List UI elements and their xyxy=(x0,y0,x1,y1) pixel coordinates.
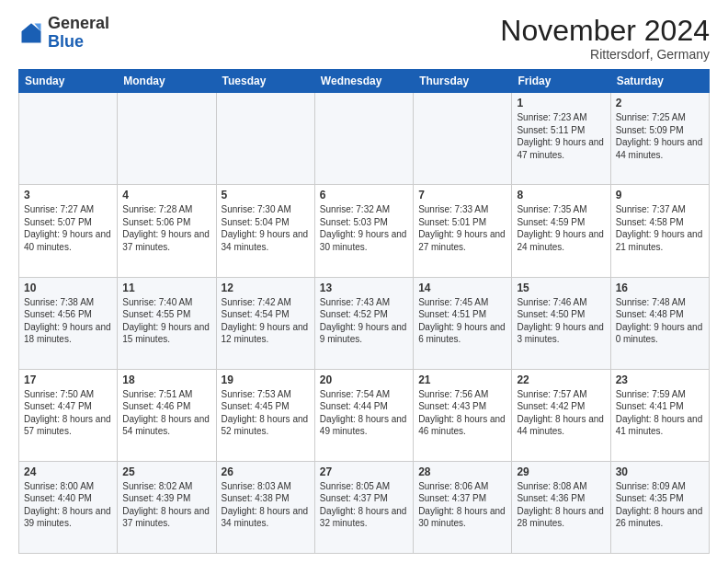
logo-text: General Blue xyxy=(48,15,109,52)
calendar-cell: 3Sunrise: 7:27 AMSunset: 5:07 PMDaylight… xyxy=(19,185,118,277)
calendar-cell: 30Sunrise: 8:09 AMSunset: 4:35 PMDayligh… xyxy=(610,461,709,553)
day-detail: Sunrise: 7:46 AMSunset: 4:50 PMDaylight:… xyxy=(517,296,605,346)
day-detail: Sunrise: 7:54 AMSunset: 4:44 PMDaylight:… xyxy=(320,388,408,438)
day-number: 11 xyxy=(122,282,210,294)
day-detail: Sunrise: 7:32 AMSunset: 5:03 PMDaylight:… xyxy=(320,203,408,253)
day-detail: Sunrise: 7:48 AMSunset: 4:48 PMDaylight:… xyxy=(616,296,704,346)
day-number: 9 xyxy=(616,189,704,201)
day-number: 24 xyxy=(24,465,112,478)
day-number: 13 xyxy=(320,282,408,294)
calendar-cell xyxy=(19,93,118,185)
calendar-cell: 26Sunrise: 8:03 AMSunset: 4:38 PMDayligh… xyxy=(216,461,314,553)
day-detail: Sunrise: 8:09 AMSunset: 4:35 PMDaylight:… xyxy=(616,480,704,530)
calendar-cell: 16Sunrise: 7:48 AMSunset: 4:48 PMDayligh… xyxy=(610,277,709,369)
day-number: 19 xyxy=(222,373,310,386)
weekday-header-sunday: Sunday xyxy=(19,70,118,93)
weekday-header-monday: Monday xyxy=(118,70,216,93)
day-number: 3 xyxy=(24,189,112,201)
day-detail: Sunrise: 7:56 AMSunset: 4:43 PMDaylight:… xyxy=(418,388,506,438)
day-number: 4 xyxy=(122,189,210,201)
calendar-cell: 4Sunrise: 7:28 AMSunset: 5:06 PMDaylight… xyxy=(118,185,216,277)
logo: General Blue xyxy=(18,15,109,52)
calendar-cell: 9Sunrise: 7:37 AMSunset: 4:58 PMDaylight… xyxy=(610,185,709,277)
calendar-cell: 7Sunrise: 7:33 AMSunset: 5:01 PMDaylight… xyxy=(414,185,512,277)
page: General Blue November 2024 Rittersdorf, … xyxy=(0,0,728,563)
day-detail: Sunrise: 7:45 AMSunset: 4:51 PMDaylight:… xyxy=(418,296,506,346)
calendar-cell: 27Sunrise: 8:05 AMSunset: 4:37 PMDayligh… xyxy=(314,461,413,553)
calendar-week-1: 1Sunrise: 7:23 AMSunset: 5:11 PMDaylight… xyxy=(19,93,710,185)
calendar-table: SundayMondayTuesdayWednesdayThursdayFrid… xyxy=(18,69,710,554)
day-detail: Sunrise: 7:42 AMSunset: 4:54 PMDaylight:… xyxy=(222,296,310,346)
calendar-cell: 25Sunrise: 8:02 AMSunset: 4:39 PMDayligh… xyxy=(118,461,216,553)
day-number: 2 xyxy=(616,97,704,109)
day-number: 15 xyxy=(517,282,605,294)
calendar-cell: 1Sunrise: 7:23 AMSunset: 5:11 PMDaylight… xyxy=(512,93,610,185)
weekday-header-tuesday: Tuesday xyxy=(216,70,314,93)
day-number: 14 xyxy=(418,282,506,294)
day-detail: Sunrise: 7:27 AMSunset: 5:07 PMDaylight:… xyxy=(24,203,112,253)
day-detail: Sunrise: 7:57 AMSunset: 4:42 PMDaylight:… xyxy=(517,388,605,438)
calendar-cell: 24Sunrise: 8:00 AMSunset: 4:40 PMDayligh… xyxy=(19,461,118,553)
day-detail: Sunrise: 7:40 AMSunset: 4:55 PMDaylight:… xyxy=(122,296,210,346)
calendar-cell xyxy=(118,93,216,185)
calendar-cell: 22Sunrise: 7:57 AMSunset: 4:42 PMDayligh… xyxy=(512,369,610,461)
day-number: 12 xyxy=(222,282,310,294)
day-number: 29 xyxy=(517,465,605,478)
month-title: November 2024 xyxy=(500,15,710,47)
weekday-header-wednesday: Wednesday xyxy=(314,70,413,93)
weekday-header-friday: Friday xyxy=(512,70,610,93)
day-detail: Sunrise: 8:05 AMSunset: 4:37 PMDaylight:… xyxy=(320,480,408,530)
header: General Blue November 2024 Rittersdorf, … xyxy=(18,15,710,62)
day-number: 22 xyxy=(517,373,605,386)
day-number: 17 xyxy=(24,373,112,386)
calendar-cell: 21Sunrise: 7:56 AMSunset: 4:43 PMDayligh… xyxy=(414,369,512,461)
calendar-cell: 12Sunrise: 7:42 AMSunset: 4:54 PMDayligh… xyxy=(216,277,314,369)
calendar-cell: 2Sunrise: 7:25 AMSunset: 5:09 PMDaylight… xyxy=(610,93,709,185)
day-number: 27 xyxy=(320,465,408,478)
calendar-week-5: 24Sunrise: 8:00 AMSunset: 4:40 PMDayligh… xyxy=(19,461,710,553)
calendar-cell: 6Sunrise: 7:32 AMSunset: 5:03 PMDaylight… xyxy=(314,185,413,277)
calendar-week-2: 3Sunrise: 7:27 AMSunset: 5:07 PMDaylight… xyxy=(19,185,710,277)
day-detail: Sunrise: 7:59 AMSunset: 4:41 PMDaylight:… xyxy=(616,388,704,438)
calendar-cell xyxy=(216,93,314,185)
day-detail: Sunrise: 7:51 AMSunset: 4:46 PMDaylight:… xyxy=(122,388,210,438)
day-detail: Sunrise: 7:25 AMSunset: 5:09 PMDaylight:… xyxy=(616,111,704,161)
day-number: 16 xyxy=(616,282,704,294)
day-number: 25 xyxy=(122,465,210,478)
title-section: November 2024 Rittersdorf, Germany xyxy=(500,15,710,62)
day-number: 20 xyxy=(320,373,408,386)
calendar-cell: 20Sunrise: 7:54 AMSunset: 4:44 PMDayligh… xyxy=(314,369,413,461)
day-detail: Sunrise: 7:23 AMSunset: 5:11 PMDaylight:… xyxy=(517,111,605,161)
day-detail: Sunrise: 8:08 AMSunset: 4:36 PMDaylight:… xyxy=(517,480,605,530)
calendar-cell: 13Sunrise: 7:43 AMSunset: 4:52 PMDayligh… xyxy=(314,277,413,369)
day-number: 18 xyxy=(122,373,210,386)
day-detail: Sunrise: 7:37 AMSunset: 4:58 PMDaylight:… xyxy=(616,203,704,253)
logo-icon xyxy=(18,20,44,46)
day-number: 8 xyxy=(517,189,605,201)
day-number: 7 xyxy=(418,189,506,201)
calendar-week-3: 10Sunrise: 7:38 AMSunset: 4:56 PMDayligh… xyxy=(19,277,710,369)
calendar-cell: 8Sunrise: 7:35 AMSunset: 4:59 PMDaylight… xyxy=(512,185,610,277)
day-number: 23 xyxy=(616,373,704,386)
weekday-header-saturday: Saturday xyxy=(610,70,709,93)
day-detail: Sunrise: 7:53 AMSunset: 4:45 PMDaylight:… xyxy=(222,388,310,438)
day-number: 28 xyxy=(418,465,506,478)
calendar-header: SundayMondayTuesdayWednesdayThursdayFrid… xyxy=(19,70,710,93)
day-detail: Sunrise: 8:06 AMSunset: 4:37 PMDaylight:… xyxy=(418,480,506,530)
calendar-cell: 14Sunrise: 7:45 AMSunset: 4:51 PMDayligh… xyxy=(414,277,512,369)
day-number: 5 xyxy=(222,189,310,201)
calendar-cell: 28Sunrise: 8:06 AMSunset: 4:37 PMDayligh… xyxy=(414,461,512,553)
day-detail: Sunrise: 7:35 AMSunset: 4:59 PMDaylight:… xyxy=(517,203,605,253)
day-detail: Sunrise: 7:38 AMSunset: 4:56 PMDaylight:… xyxy=(24,296,112,346)
day-detail: Sunrise: 8:00 AMSunset: 4:40 PMDaylight:… xyxy=(24,480,112,530)
day-number: 10 xyxy=(24,282,112,294)
weekday-row: SundayMondayTuesdayWednesdayThursdayFrid… xyxy=(19,70,710,93)
calendar-cell: 5Sunrise: 7:30 AMSunset: 5:04 PMDaylight… xyxy=(216,185,314,277)
calendar-week-4: 17Sunrise: 7:50 AMSunset: 4:47 PMDayligh… xyxy=(19,369,710,461)
calendar-cell xyxy=(314,93,413,185)
weekday-header-thursday: Thursday xyxy=(414,70,512,93)
day-detail: Sunrise: 8:02 AMSunset: 4:39 PMDaylight:… xyxy=(122,480,210,530)
day-number: 26 xyxy=(222,465,310,478)
day-detail: Sunrise: 8:03 AMSunset: 4:38 PMDaylight:… xyxy=(222,480,310,530)
calendar-cell: 15Sunrise: 7:46 AMSunset: 4:50 PMDayligh… xyxy=(512,277,610,369)
